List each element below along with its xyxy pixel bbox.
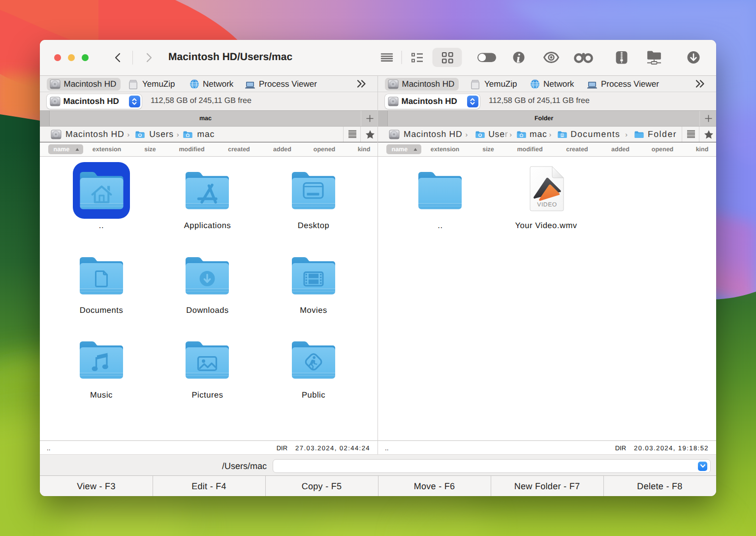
svg-text:VIDEO: VIDEO (537, 201, 557, 208)
